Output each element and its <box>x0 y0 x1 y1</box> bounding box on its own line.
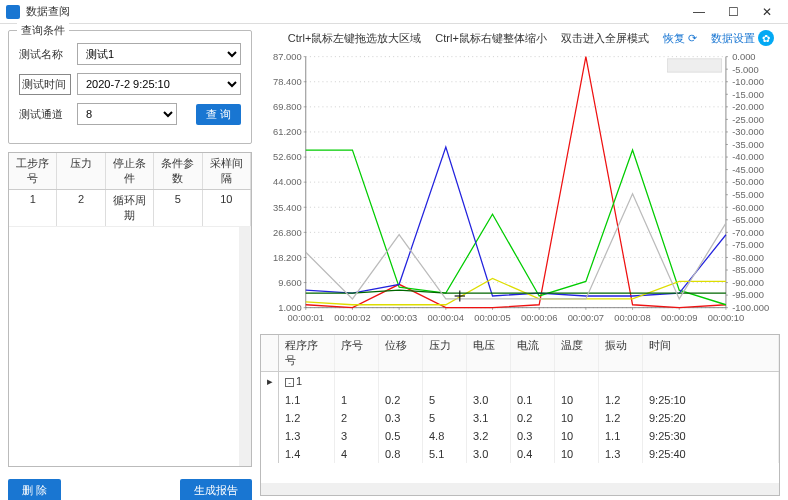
svg-text:0.000: 0.000 <box>732 51 755 62</box>
step-cell: 循环周期 <box>106 190 154 226</box>
grid-cell: 10 <box>555 427 599 445</box>
grid-cell: 3.1 <box>467 409 511 427</box>
grid-cell <box>261 427 279 445</box>
tree-collapse-icon[interactable]: - <box>285 378 294 387</box>
svg-text:00:00:10: 00:00:10 <box>708 312 744 323</box>
query-panel: 查询条件 测试名称 测试1 测试时间 2020-7-2 9:25:10 测试通道… <box>8 30 252 144</box>
grid-cell: 0.8 <box>379 445 423 463</box>
row-indicator: ▸ <box>261 372 279 391</box>
test-channel-select[interactable]: 8 <box>77 103 177 125</box>
svg-text:-90.000: -90.000 <box>732 277 764 288</box>
grid-cell: 2 <box>335 409 379 427</box>
chart-hints: Ctrl+鼠标左键拖选放大区域 Ctrl+鼠标右键整体缩小 双击进入全屏模式 恢… <box>260 28 780 50</box>
svg-text:00:00:05: 00:00:05 <box>474 312 510 323</box>
grid-header[interactable] <box>261 335 279 371</box>
data-settings-link[interactable]: 数据设置 ✿ <box>711 30 774 46</box>
svg-text:18.200: 18.200 <box>273 252 302 263</box>
grid-cell: 1.4 <box>279 445 335 463</box>
titlebar: 数据查阅 — ☐ ✕ <box>0 0 788 24</box>
grid-cell: 1.2 <box>599 409 643 427</box>
test-name-label: 测试名称 <box>19 47 71 62</box>
step-cell: 5 <box>154 190 202 226</box>
grid-cell: 3.2 <box>467 427 511 445</box>
grid-header[interactable]: 振动 <box>599 335 643 371</box>
grid-cell: 1.2 <box>279 409 335 427</box>
grid-cell: 5.1 <box>423 445 467 463</box>
table-row[interactable]: 1.440.85.13.00.4101.39:25:40 <box>261 445 779 463</box>
svg-text:69.800: 69.800 <box>273 101 302 112</box>
svg-text:-95.000: -95.000 <box>732 289 764 300</box>
svg-text:-45.000: -45.000 <box>732 164 764 175</box>
svg-text:-10.000: -10.000 <box>732 76 764 87</box>
delete-button[interactable]: 删 除 <box>8 479 61 500</box>
grid-header[interactable]: 序号 <box>335 335 379 371</box>
svg-text:-55.000: -55.000 <box>732 189 764 200</box>
svg-text:-40.000: -40.000 <box>732 151 764 162</box>
svg-text:-5.000: -5.000 <box>732 63 759 74</box>
svg-text:-85.000: -85.000 <box>732 264 764 275</box>
scrollbar-vertical[interactable] <box>239 227 251 466</box>
grid-cell: 1.3 <box>279 427 335 445</box>
grid-cell: 0.2 <box>379 391 423 409</box>
grid-cell: 0.3 <box>379 409 423 427</box>
step-table: 工步序号压力停止条件条件参数采样间隔 12循环周期510 <box>8 152 252 467</box>
svg-text:78.400: 78.400 <box>273 76 302 87</box>
svg-rect-75 <box>668 59 722 72</box>
restore-link[interactable]: 恢复 ⟳ <box>663 31 697 46</box>
grid-cell: 1.2 <box>599 391 643 409</box>
minimize-button[interactable]: — <box>684 2 714 22</box>
chart-area[interactable]: 1.0009.60018.20026.80035.40044.00052.600… <box>260 50 780 332</box>
grid-cell <box>261 409 279 427</box>
svg-text:-60.000: -60.000 <box>732 201 764 212</box>
svg-text:00:00:04: 00:00:04 <box>428 312 465 323</box>
svg-text:-65.000: -65.000 <box>732 214 764 225</box>
svg-text:-25.000: -25.000 <box>732 113 764 124</box>
tree-group[interactable]: -1 <box>279 372 335 391</box>
svg-text:-80.000: -80.000 <box>732 252 764 263</box>
close-button[interactable]: ✕ <box>752 2 782 22</box>
data-grid: 程序序号序号位移压力电压电流温度振动时间 ▸-11.110.253.00.110… <box>260 334 780 496</box>
svg-text:-75.000: -75.000 <box>732 239 764 250</box>
grid-cell: 0.5 <box>379 427 423 445</box>
svg-text:-50.000: -50.000 <box>732 176 764 187</box>
grid-cell: 3 <box>335 427 379 445</box>
svg-text:-70.000: -70.000 <box>732 226 764 237</box>
svg-text:9.600: 9.600 <box>278 277 301 288</box>
table-row[interactable]: 1.220.353.10.2101.29:25:20 <box>261 409 779 427</box>
grid-cell: 4.8 <box>423 427 467 445</box>
test-time-label: 测试时间 <box>19 74 71 95</box>
test-time-select[interactable]: 2020-7-2 9:25:10 <box>77 73 241 95</box>
table-row[interactable]: 1.110.253.00.1101.29:25:10 <box>261 391 779 409</box>
grid-header[interactable]: 压力 <box>423 335 467 371</box>
grid-cell: 10 <box>555 391 599 409</box>
test-name-select[interactable]: 测试1 <box>77 43 241 65</box>
grid-header[interactable]: 位移 <box>379 335 423 371</box>
refresh-icon: ⟳ <box>688 32 697 44</box>
svg-text:00:00:01: 00:00:01 <box>288 312 324 323</box>
window-title: 数据查阅 <box>26 4 684 19</box>
step-header: 停止条件 <box>106 153 154 189</box>
grid-cell <box>261 445 279 463</box>
maximize-button[interactable]: ☐ <box>718 2 748 22</box>
report-button[interactable]: 生成报告 <box>180 479 252 500</box>
query-button[interactable]: 查 询 <box>196 104 241 125</box>
grid-cell: 4 <box>335 445 379 463</box>
grid-header[interactable]: 电压 <box>467 335 511 371</box>
query-panel-title: 查询条件 <box>17 23 69 38</box>
grid-header[interactable]: 电流 <box>511 335 555 371</box>
grid-cell: 5 <box>423 391 467 409</box>
grid-header[interactable]: 程序序号 <box>279 335 335 371</box>
scrollbar-horizontal[interactable] <box>261 483 779 495</box>
svg-text:87.000: 87.000 <box>273 51 302 62</box>
step-cell: 10 <box>203 190 251 226</box>
grid-header[interactable]: 时间 <box>643 335 779 371</box>
table-row[interactable]: 1.330.54.83.20.3101.19:25:30 <box>261 427 779 445</box>
grid-header[interactable]: 温度 <box>555 335 599 371</box>
grid-cell: 0.4 <box>511 445 555 463</box>
grid-cell: 1.3 <box>599 445 643 463</box>
grid-cell: 9:25:20 <box>643 409 779 427</box>
svg-text:-20.000: -20.000 <box>732 101 764 112</box>
grid-cell: 0.3 <box>511 427 555 445</box>
hint-fullscreen: 双击进入全屏模式 <box>561 31 649 46</box>
step-header: 工步序号 <box>9 153 57 189</box>
